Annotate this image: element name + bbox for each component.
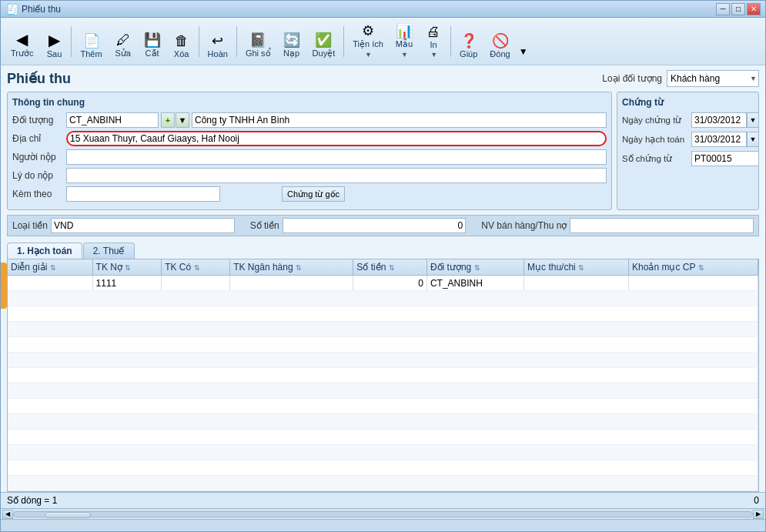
so-tien-input[interactable] xyxy=(283,218,467,233)
table-body: 1111 0 CT_ANBINH xyxy=(8,276,758,491)
cell-empty[interactable] xyxy=(8,399,758,414)
doi-tuong-dropdown-button[interactable]: ▼ xyxy=(176,112,189,128)
nv-input[interactable] xyxy=(570,218,754,233)
cell-khoan-muc-cp[interactable] xyxy=(629,276,758,291)
ngay-chung-tu-row: Ngày chứng từ ▼ xyxy=(622,112,754,128)
toolbar-cat-label: Cắt xyxy=(146,49,159,59)
toolbar-more-button[interactable]: ▼ xyxy=(519,46,528,62)
toolbar-nap[interactable]: 🔄 Nạp xyxy=(278,30,306,62)
scroll-left-button[interactable]: ◀ xyxy=(2,510,13,519)
table-row xyxy=(8,306,758,322)
cell-tk-no[interactable]: 1111 xyxy=(92,276,162,291)
ngay-hach-toan-arrow[interactable]: ▼ xyxy=(747,132,759,147)
loai-doi-tuong-row: Loại đối tượng Khách hàng Nhà cung cấp N… xyxy=(602,70,759,87)
scrollbar-thumb[interactable] xyxy=(45,512,91,518)
loai-doi-tuong-select-wrapper[interactable]: Khách hàng Nhà cung cấp Nhân viên xyxy=(667,70,759,87)
cell-empty[interactable] xyxy=(8,337,758,353)
th-so-tien: Số tiền ⇅ xyxy=(353,259,427,276)
thong-tin-chung-title: Thông tin chung xyxy=(12,97,607,108)
cell-empty[interactable] xyxy=(8,368,758,383)
tab-hach-toan[interactable]: 1. Hạch toán xyxy=(7,243,82,259)
doi-tuong-code-input[interactable] xyxy=(66,112,159,128)
sort-tk-ngan-hang[interactable]: ⇅ xyxy=(296,264,302,272)
toolbar-tienich-label: Tiện ích xyxy=(353,39,383,49)
left-accent xyxy=(1,263,7,309)
cell-empty[interactable] xyxy=(8,445,758,460)
cell-dien-giai[interactable] xyxy=(8,276,92,291)
table-row xyxy=(8,337,758,353)
in-dropdown-arrow: ▼ xyxy=(430,51,437,59)
cell-so-tien[interactable]: 0 xyxy=(353,276,427,291)
cell-empty[interactable] xyxy=(8,353,758,368)
ledger-icon: 📓 xyxy=(249,33,266,47)
loai-doi-tuong-select[interactable]: Khách hàng Nhà cung cấp Nhân viên xyxy=(667,70,759,87)
toolbar-tienich[interactable]: ⚙ Tiện ích ▼ xyxy=(347,21,389,62)
toolbar-sua[interactable]: 🖊 Sửa xyxy=(109,30,137,62)
sort-khoan-muc-cp[interactable]: ⇅ xyxy=(698,264,704,272)
cell-empty[interactable] xyxy=(8,476,758,491)
main-columns: Thông tin chung Đối tượng + ▼ Đ xyxy=(7,92,759,210)
toolbar-ghiso[interactable]: 📓 Ghi sổ xyxy=(240,30,276,62)
ngay-chung-tu-input[interactable] xyxy=(691,112,747,128)
cell-tk-ngan-hang[interactable] xyxy=(230,276,353,291)
ngay-chung-tu-arrow[interactable]: ▼ xyxy=(747,112,759,128)
toolbar-dong-label: Đóng xyxy=(490,49,510,59)
toolbar-sau[interactable]: ▶ Sau xyxy=(40,29,68,62)
table-row xyxy=(8,322,758,337)
toolbar-sau-label: Sau xyxy=(47,49,62,59)
maximize-button[interactable]: □ xyxy=(731,3,745,15)
sort-tk-co[interactable]: ⇅ xyxy=(194,264,200,272)
toolbar-hoan[interactable]: ↩ Hoàn xyxy=(202,31,233,62)
sort-dien-giai[interactable]: ⇅ xyxy=(50,264,56,272)
cell-empty[interactable] xyxy=(8,414,758,430)
content-area: Phiếu thu Loại đối tượng Khách hàng Nhà … xyxy=(1,65,765,492)
toolbar-xoa[interactable]: 🗑 Xóa xyxy=(168,31,196,62)
minimize-button[interactable]: ─ xyxy=(716,3,730,15)
doi-tuong-name-input[interactable] xyxy=(192,112,607,128)
cell-empty[interactable] xyxy=(8,306,758,322)
cell-empty[interactable] xyxy=(8,430,758,445)
cell-empty[interactable] xyxy=(8,460,758,476)
th-tk-no: TK Nợ ⇅ xyxy=(92,259,162,276)
toolbar-mau[interactable]: 📊 Mẫu ▼ xyxy=(390,21,418,62)
tab-thue[interactable]: 2. Thuế xyxy=(83,243,135,259)
mau-dropdown-arrow: ▼ xyxy=(401,51,408,59)
toolbar-truoc[interactable]: ◀ Trước xyxy=(5,28,38,62)
so-chung-tu-input[interactable] xyxy=(691,151,759,166)
cell-tk-co[interactable] xyxy=(162,276,230,291)
sort-muc-thu-chi[interactable]: ⇅ xyxy=(578,264,584,272)
sort-so-tien[interactable]: ⇅ xyxy=(389,264,395,272)
toolbar-duyet[interactable]: ✅ Duyệt xyxy=(307,30,341,62)
toolbar-giup[interactable]: ❓ Giúp xyxy=(454,31,483,62)
dia-chi-input[interactable] xyxy=(66,131,607,146)
so-dong-label: Số dòng = 1 xyxy=(7,495,57,506)
scrollbar-track[interactable] xyxy=(13,511,753,517)
loai-tien-input[interactable] xyxy=(51,218,235,233)
scroll-right-button[interactable]: ▶ xyxy=(753,510,764,519)
chung-tu-goc-button[interactable]: Chứng từ gốc xyxy=(282,186,345,202)
toolbar-dong[interactable]: 🚫 Đóng xyxy=(484,31,515,62)
th-tk-co: TK Có ⇅ xyxy=(162,259,230,276)
ngay-hach-toan-input[interactable] xyxy=(691,132,747,147)
ly-do-nop-input[interactable] xyxy=(66,168,607,183)
cell-muc-thu-chi[interactable] xyxy=(524,276,629,291)
cell-empty[interactable] xyxy=(8,383,758,399)
toolbar-nap-label: Nạp xyxy=(283,49,299,59)
add-doc-icon: 📄 xyxy=(83,34,100,48)
approve-icon: ✅ xyxy=(315,33,332,47)
nguoi-nop-input[interactable] xyxy=(66,149,607,165)
doi-tuong-add-button[interactable]: + xyxy=(161,112,175,128)
kem-theo-input[interactable] xyxy=(66,186,220,202)
scrollbar-row: ◀ ▶ xyxy=(1,508,765,519)
kem-theo-row: Kèm theo Chứng từ gốc xyxy=(12,186,607,202)
cell-doi-tuong[interactable]: CT_ANBINH xyxy=(426,276,523,291)
toolbar-in[interactable]: 🖨 In ▼ xyxy=(420,22,447,62)
cell-empty[interactable] xyxy=(8,322,758,337)
toolbar-them[interactable]: 📄 Thêm xyxy=(75,31,107,62)
chung-tu-title: Chứng từ xyxy=(622,97,754,108)
close-button[interactable]: ✕ xyxy=(747,3,761,15)
sort-tk-no[interactable]: ⇅ xyxy=(125,264,131,272)
toolbar-cat[interactable]: 💾 Cắt xyxy=(139,30,166,62)
sort-doi-tuong[interactable]: ⇅ xyxy=(474,264,480,272)
cell-empty[interactable] xyxy=(8,291,758,306)
